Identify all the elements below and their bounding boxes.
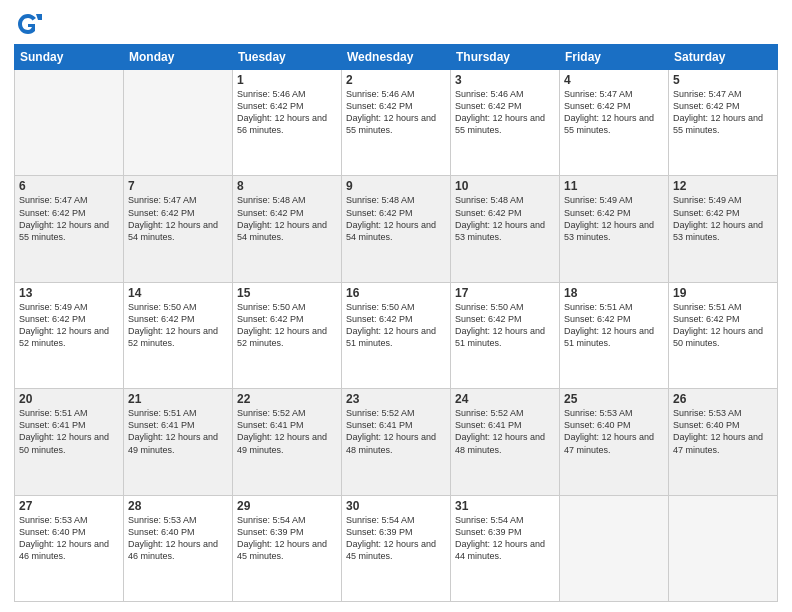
day-number: 29 xyxy=(237,499,337,513)
day-number: 12 xyxy=(673,179,773,193)
calendar-cell: 14Sunrise: 5:50 AMSunset: 6:42 PMDayligh… xyxy=(124,282,233,388)
day-number: 28 xyxy=(128,499,228,513)
calendar-cell: 25Sunrise: 5:53 AMSunset: 6:40 PMDayligh… xyxy=(560,389,669,495)
calendar-cell: 24Sunrise: 5:52 AMSunset: 6:41 PMDayligh… xyxy=(451,389,560,495)
day-info: Sunrise: 5:51 AMSunset: 6:41 PMDaylight:… xyxy=(128,407,228,456)
day-number: 31 xyxy=(455,499,555,513)
weekday-header-wednesday: Wednesday xyxy=(342,45,451,70)
calendar-cell xyxy=(560,495,669,601)
day-info: Sunrise: 5:53 AMSunset: 6:40 PMDaylight:… xyxy=(128,514,228,563)
day-number: 2 xyxy=(346,73,446,87)
day-info: Sunrise: 5:46 AMSunset: 6:42 PMDaylight:… xyxy=(455,88,555,137)
calendar-cell: 22Sunrise: 5:52 AMSunset: 6:41 PMDayligh… xyxy=(233,389,342,495)
day-number: 25 xyxy=(564,392,664,406)
day-info: Sunrise: 5:52 AMSunset: 6:41 PMDaylight:… xyxy=(346,407,446,456)
logo xyxy=(14,10,46,38)
day-info: Sunrise: 5:51 AMSunset: 6:41 PMDaylight:… xyxy=(19,407,119,456)
day-info: Sunrise: 5:53 AMSunset: 6:40 PMDaylight:… xyxy=(19,514,119,563)
calendar-cell: 18Sunrise: 5:51 AMSunset: 6:42 PMDayligh… xyxy=(560,282,669,388)
calendar-week-row: 27Sunrise: 5:53 AMSunset: 6:40 PMDayligh… xyxy=(15,495,778,601)
day-info: Sunrise: 5:53 AMSunset: 6:40 PMDaylight:… xyxy=(673,407,773,456)
calendar-week-row: 20Sunrise: 5:51 AMSunset: 6:41 PMDayligh… xyxy=(15,389,778,495)
day-number: 30 xyxy=(346,499,446,513)
calendar-cell: 2Sunrise: 5:46 AMSunset: 6:42 PMDaylight… xyxy=(342,70,451,176)
calendar-cell: 7Sunrise: 5:47 AMSunset: 6:42 PMDaylight… xyxy=(124,176,233,282)
page: SundayMondayTuesdayWednesdayThursdayFrid… xyxy=(0,0,792,612)
calendar-week-row: 13Sunrise: 5:49 AMSunset: 6:42 PMDayligh… xyxy=(15,282,778,388)
day-number: 6 xyxy=(19,179,119,193)
day-info: Sunrise: 5:50 AMSunset: 6:42 PMDaylight:… xyxy=(346,301,446,350)
weekday-header-saturday: Saturday xyxy=(669,45,778,70)
calendar-cell xyxy=(15,70,124,176)
day-number: 1 xyxy=(237,73,337,87)
logo-icon xyxy=(14,10,42,38)
day-info: Sunrise: 5:48 AMSunset: 6:42 PMDaylight:… xyxy=(455,194,555,243)
calendar-cell: 4Sunrise: 5:47 AMSunset: 6:42 PMDaylight… xyxy=(560,70,669,176)
calendar-cell: 1Sunrise: 5:46 AMSunset: 6:42 PMDaylight… xyxy=(233,70,342,176)
calendar-cell: 26Sunrise: 5:53 AMSunset: 6:40 PMDayligh… xyxy=(669,389,778,495)
day-number: 10 xyxy=(455,179,555,193)
calendar-cell: 16Sunrise: 5:50 AMSunset: 6:42 PMDayligh… xyxy=(342,282,451,388)
day-info: Sunrise: 5:48 AMSunset: 6:42 PMDaylight:… xyxy=(237,194,337,243)
calendar-week-row: 6Sunrise: 5:47 AMSunset: 6:42 PMDaylight… xyxy=(15,176,778,282)
day-number: 15 xyxy=(237,286,337,300)
weekday-header-sunday: Sunday xyxy=(15,45,124,70)
day-info: Sunrise: 5:46 AMSunset: 6:42 PMDaylight:… xyxy=(346,88,446,137)
calendar-cell: 8Sunrise: 5:48 AMSunset: 6:42 PMDaylight… xyxy=(233,176,342,282)
day-info: Sunrise: 5:48 AMSunset: 6:42 PMDaylight:… xyxy=(346,194,446,243)
day-number: 9 xyxy=(346,179,446,193)
day-number: 7 xyxy=(128,179,228,193)
day-number: 11 xyxy=(564,179,664,193)
day-info: Sunrise: 5:54 AMSunset: 6:39 PMDaylight:… xyxy=(346,514,446,563)
calendar-cell xyxy=(669,495,778,601)
calendar-cell: 3Sunrise: 5:46 AMSunset: 6:42 PMDaylight… xyxy=(451,70,560,176)
day-number: 5 xyxy=(673,73,773,87)
day-info: Sunrise: 5:51 AMSunset: 6:42 PMDaylight:… xyxy=(673,301,773,350)
day-info: Sunrise: 5:47 AMSunset: 6:42 PMDaylight:… xyxy=(128,194,228,243)
day-info: Sunrise: 5:49 AMSunset: 6:42 PMDaylight:… xyxy=(564,194,664,243)
day-number: 8 xyxy=(237,179,337,193)
day-info: Sunrise: 5:47 AMSunset: 6:42 PMDaylight:… xyxy=(673,88,773,137)
day-info: Sunrise: 5:49 AMSunset: 6:42 PMDaylight:… xyxy=(19,301,119,350)
calendar-cell: 17Sunrise: 5:50 AMSunset: 6:42 PMDayligh… xyxy=(451,282,560,388)
day-number: 19 xyxy=(673,286,773,300)
day-info: Sunrise: 5:49 AMSunset: 6:42 PMDaylight:… xyxy=(673,194,773,243)
day-number: 26 xyxy=(673,392,773,406)
day-info: Sunrise: 5:51 AMSunset: 6:42 PMDaylight:… xyxy=(564,301,664,350)
calendar-week-row: 1Sunrise: 5:46 AMSunset: 6:42 PMDaylight… xyxy=(15,70,778,176)
calendar-cell: 6Sunrise: 5:47 AMSunset: 6:42 PMDaylight… xyxy=(15,176,124,282)
day-number: 3 xyxy=(455,73,555,87)
day-info: Sunrise: 5:52 AMSunset: 6:41 PMDaylight:… xyxy=(237,407,337,456)
calendar-cell: 5Sunrise: 5:47 AMSunset: 6:42 PMDaylight… xyxy=(669,70,778,176)
day-number: 16 xyxy=(346,286,446,300)
day-number: 18 xyxy=(564,286,664,300)
calendar-cell: 19Sunrise: 5:51 AMSunset: 6:42 PMDayligh… xyxy=(669,282,778,388)
day-number: 23 xyxy=(346,392,446,406)
calendar-cell: 9Sunrise: 5:48 AMSunset: 6:42 PMDaylight… xyxy=(342,176,451,282)
calendar-cell: 23Sunrise: 5:52 AMSunset: 6:41 PMDayligh… xyxy=(342,389,451,495)
calendar-cell: 27Sunrise: 5:53 AMSunset: 6:40 PMDayligh… xyxy=(15,495,124,601)
weekday-header-friday: Friday xyxy=(560,45,669,70)
calendar-cell: 31Sunrise: 5:54 AMSunset: 6:39 PMDayligh… xyxy=(451,495,560,601)
weekday-header-tuesday: Tuesday xyxy=(233,45,342,70)
day-info: Sunrise: 5:54 AMSunset: 6:39 PMDaylight:… xyxy=(237,514,337,563)
day-info: Sunrise: 5:50 AMSunset: 6:42 PMDaylight:… xyxy=(237,301,337,350)
calendar-cell: 11Sunrise: 5:49 AMSunset: 6:42 PMDayligh… xyxy=(560,176,669,282)
day-info: Sunrise: 5:54 AMSunset: 6:39 PMDaylight:… xyxy=(455,514,555,563)
day-number: 17 xyxy=(455,286,555,300)
day-number: 21 xyxy=(128,392,228,406)
calendar-cell: 10Sunrise: 5:48 AMSunset: 6:42 PMDayligh… xyxy=(451,176,560,282)
calendar-cell: 12Sunrise: 5:49 AMSunset: 6:42 PMDayligh… xyxy=(669,176,778,282)
day-info: Sunrise: 5:52 AMSunset: 6:41 PMDaylight:… xyxy=(455,407,555,456)
day-number: 27 xyxy=(19,499,119,513)
day-number: 13 xyxy=(19,286,119,300)
day-info: Sunrise: 5:50 AMSunset: 6:42 PMDaylight:… xyxy=(128,301,228,350)
day-info: Sunrise: 5:50 AMSunset: 6:42 PMDaylight:… xyxy=(455,301,555,350)
weekday-header-monday: Monday xyxy=(124,45,233,70)
day-info: Sunrise: 5:46 AMSunset: 6:42 PMDaylight:… xyxy=(237,88,337,137)
calendar-cell: 13Sunrise: 5:49 AMSunset: 6:42 PMDayligh… xyxy=(15,282,124,388)
calendar-cell xyxy=(124,70,233,176)
day-info: Sunrise: 5:47 AMSunset: 6:42 PMDaylight:… xyxy=(564,88,664,137)
day-info: Sunrise: 5:47 AMSunset: 6:42 PMDaylight:… xyxy=(19,194,119,243)
calendar-cell: 20Sunrise: 5:51 AMSunset: 6:41 PMDayligh… xyxy=(15,389,124,495)
